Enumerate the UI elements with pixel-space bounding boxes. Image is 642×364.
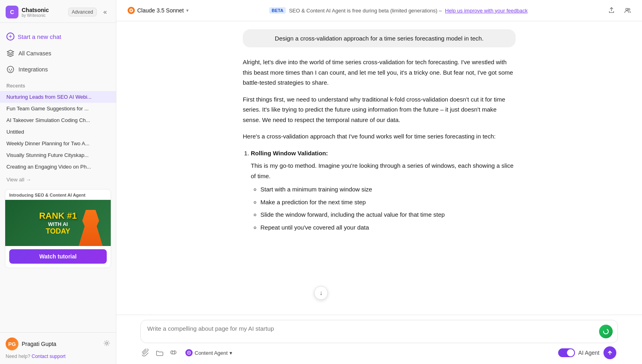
new-chat-button[interactable]: + Start a new chat (0, 28, 116, 45)
input-box (140, 320, 618, 343)
input-area: Content Agent ▾ AI Agent (116, 315, 642, 364)
submit-icon (607, 350, 613, 356)
ai-agent-switch[interactable] (558, 348, 575, 357)
scroll-down-button[interactable]: ↓ (314, 286, 328, 300)
recent-item-2[interactable]: AI Takeover Simulation Coding Ch... (0, 114, 116, 126)
users-button[interactable] (621, 4, 634, 17)
banner-link[interactable]: Help us improve with your feedback (445, 8, 528, 14)
view-all-button[interactable]: View all → (0, 174, 38, 185)
toggle-thumb (567, 349, 574, 356)
recent-item-3[interactable]: Untitled (0, 126, 116, 138)
rank-line2: WITH AI (39, 221, 77, 227)
model-icon (128, 7, 135, 14)
bullet-1: Make a prediction for the next time step (260, 197, 516, 207)
toolbar-right: AI Agent (558, 346, 616, 359)
claude-icon (129, 8, 134, 13)
list-desc-1: This is my go-to method. Imagine you're … (251, 162, 514, 179)
attach-file-button[interactable] (142, 349, 150, 357)
chevron-down-icon: ▾ (186, 8, 189, 13)
ai-numbered-list: Rolling Window Validation: This is my go… (251, 148, 516, 233)
brand-text: Chatsonic by Writesonic (22, 7, 49, 18)
recents-section: Recents Nurturing Leads from SEO AI Webi… (0, 77, 116, 174)
gear-icon (103, 340, 110, 347)
bullet-0: Start with a minimum training window siz… (260, 184, 516, 195)
layers-icon (6, 49, 14, 57)
share-button[interactable] (605, 4, 618, 17)
link-icon (169, 349, 177, 357)
watch-tutorial-button[interactable]: Watch tutorial (9, 249, 107, 264)
svg-point-4 (628, 8, 630, 10)
sidebar-item-canvases[interactable]: All Canvases (0, 45, 116, 61)
chat-area: Design a cross-validation approach for a… (116, 21, 642, 315)
seo-promo: Introducing SEO & Content AI Agent RANK … (5, 189, 111, 268)
attachment-icon (142, 349, 150, 357)
recent-item-1[interactable]: Fun Team Game Suggestions for ... (0, 103, 116, 114)
plug-icon (6, 65, 14, 73)
beta-badge: BETA (269, 7, 286, 14)
loading-send-button[interactable] (599, 325, 613, 338)
submit-button[interactable] (603, 346, 616, 359)
main-header: Claude 3.5 Sonnet ▾ BETA SEO & Content A… (116, 0, 642, 21)
rank-line1: RANK #1 (39, 211, 77, 221)
sidebar-content: + Start a new chat All Canvases Integrat… (0, 23, 116, 332)
bullet-list: Start with a minimum training window siz… (260, 184, 516, 232)
beta-banner: BETA SEO & Content AI Agent is free duri… (269, 7, 528, 14)
brand-name: Chatsonic (22, 7, 49, 13)
list-subhead-1: Rolling Window Validation: (251, 148, 516, 159)
recents-label: Recents (0, 81, 116, 91)
sidebar-item-integrations[interactable]: Integrations (0, 61, 116, 77)
brand-sub: by Writesonic (22, 13, 49, 18)
toolbar-left: Content Agent ▾ (142, 348, 235, 358)
content-agent-icon (185, 349, 193, 356)
recent-item-6[interactable]: Creating an Engaging Video on Ph... (0, 161, 116, 173)
avatar: PG (6, 338, 18, 350)
user-area: PG Pragati Gupta (6, 338, 110, 350)
ai-agent-toggle: AI Agent (558, 348, 599, 357)
agent-dot-icon (187, 351, 191, 355)
main: Claude 3.5 Sonnet ▾ BETA SEO & Content A… (116, 0, 642, 364)
header-right: Advanced « (68, 7, 110, 17)
integrations-label: Integrations (18, 66, 48, 73)
recent-item-0[interactable]: Nurturing Leads from SEO AI Webi... (0, 91, 116, 103)
users-icon (624, 7, 631, 14)
model-name: Claude 3.5 Sonnet (137, 7, 184, 14)
model-selector[interactable]: Claude 3.5 Sonnet ▾ (124, 5, 192, 16)
canvases-label: All Canvases (18, 50, 51, 57)
chat-input[interactable] (147, 325, 597, 336)
sidebar-footer: PG Pragati Gupta Need help? Contact supp… (0, 332, 116, 364)
content-agent-label: Content Agent (195, 350, 228, 356)
ai-para-3: Here's a cross-validation approach that … (243, 131, 516, 142)
brand-area: C Chatsonic by Writesonic (6, 6, 49, 18)
svg-point-3 (626, 8, 628, 10)
loading-icon (603, 328, 609, 335)
list-item-1: Rolling Window Validation: This is my go… (251, 148, 516, 233)
content-agent-button[interactable]: Content Agent ▾ (183, 348, 235, 358)
link-button[interactable] (169, 349, 177, 357)
svg-point-5 (603, 329, 608, 334)
watch-tutorial-label: Watch tutorial (39, 253, 77, 260)
person-silhouette (79, 210, 103, 246)
bullet-2: Slide the window forward, including the … (260, 209, 516, 220)
plus-icon: + (6, 33, 14, 41)
header-actions (605, 4, 634, 17)
share-icon (608, 7, 615, 14)
scroll-down-icon: ↓ (319, 289, 323, 297)
settings-button[interactable] (103, 340, 110, 348)
collapse-sidebar-button[interactable]: « (100, 7, 110, 17)
sidebar: C Chatsonic by Writesonic Advanced « + S… (0, 0, 116, 364)
content-agent-chevron: ▾ (230, 350, 232, 356)
user-info: PG Pragati Gupta (6, 338, 56, 350)
user-message: Design a cross-validation approach for a… (243, 29, 516, 47)
user-name: Pragati Gupta (22, 341, 56, 347)
recent-item-4[interactable]: Weekly Dinner Planning for Two A... (0, 138, 116, 149)
recent-item-5[interactable]: Visually Stunning Future Cityskap... (0, 149, 116, 161)
input-toolbar: Content Agent ▾ AI Agent (140, 343, 618, 361)
folder-button[interactable] (156, 349, 164, 357)
ai-response: Alright, let's dive into the world of ti… (243, 57, 516, 232)
svg-point-1 (106, 342, 108, 344)
contact-support-link[interactable]: Contact support (32, 354, 66, 359)
new-chat-label: Start a new chat (18, 33, 61, 40)
bullet-3: Repeat until you've covered all your dat… (260, 222, 516, 233)
promo-image: RANK #1 WITH AI TODAY (5, 200, 111, 246)
promo-rank-text: RANK #1 WITH AI TODAY (39, 211, 77, 236)
